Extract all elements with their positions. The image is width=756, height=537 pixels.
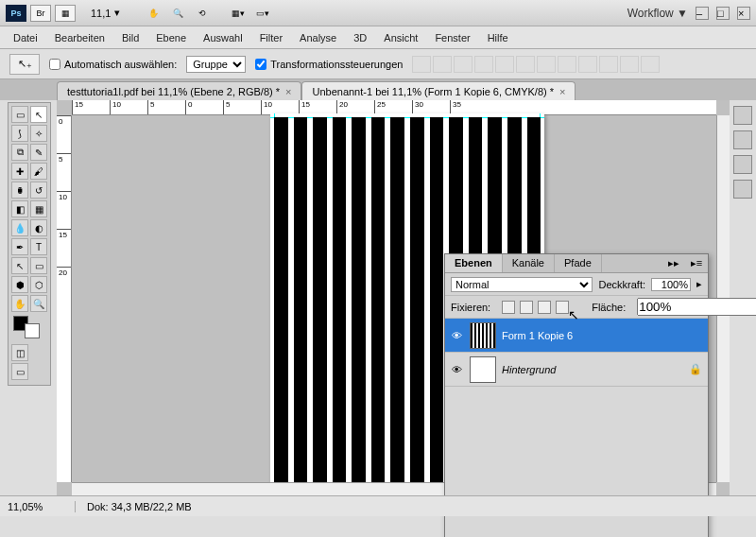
visibility-icon[interactable]: 👁 xyxy=(449,364,464,375)
hand-tool[interactable]: ✋ xyxy=(11,295,28,312)
crop-tool[interactable]: ⧉ xyxy=(11,144,28,161)
zoom-dropdown-icon[interactable]: ▾ xyxy=(114,7,120,19)
move-tool-icon[interactable]: ↖₊ xyxy=(9,54,40,75)
dock-adjust-icon[interactable] xyxy=(733,155,752,174)
move-tool[interactable]: ↖ xyxy=(30,106,47,123)
menu-ansicht[interactable]: Ansicht xyxy=(384,32,418,43)
lock-transparent-icon[interactable] xyxy=(502,301,515,314)
menu-auswahl[interactable]: Auswahl xyxy=(203,32,243,43)
menu-analyse[interactable]: Analyse xyxy=(300,32,336,43)
layer-thumbnail xyxy=(470,356,496,383)
minibridge-icon[interactable]: ▦ xyxy=(55,5,76,22)
dodge-tool[interactable]: ◐ xyxy=(30,219,47,236)
fill-label: Fläche: xyxy=(592,302,626,313)
align-icon xyxy=(495,56,514,73)
blur-tool[interactable]: 💧 xyxy=(11,219,28,236)
document-tabs: testtutoria1l.pdf bei 11,1% (Ebene 2, RG… xyxy=(0,79,756,100)
auto-select-checkbox[interactable]: Automatisch auswählen: xyxy=(49,59,177,70)
fill-input[interactable] xyxy=(637,298,756,316)
dock-shape-icon[interactable] xyxy=(733,130,752,149)
dock-camera-icon[interactable] xyxy=(733,180,752,199)
quickmask-icon[interactable]: ◫ xyxy=(11,344,28,361)
screenmode-icon[interactable]: ▭ xyxy=(11,363,28,380)
close-tab-icon[interactable]: × xyxy=(285,86,291,97)
eyedropper-tool[interactable]: ✎ xyxy=(30,144,47,161)
pen-tool[interactable]: ✒ xyxy=(11,238,28,255)
close-button[interactable]: × xyxy=(737,7,750,20)
visibility-icon[interactable]: 👁 xyxy=(449,330,464,341)
document-tab[interactable]: testtutoria1l.pdf bei 11,1% (Ebene 2, RG… xyxy=(57,81,301,100)
layer-row[interactable]: 👁 Hintergrund 🔒 xyxy=(445,353,708,387)
marquee-tool[interactable]: ▭ xyxy=(11,106,28,123)
layer-name[interactable]: Form 1 Kopie 6 xyxy=(502,330,704,341)
blend-mode-select[interactable]: Normal xyxy=(451,277,593,292)
lasso-tool[interactable]: ⟆ xyxy=(11,125,28,142)
lock-pixels-icon[interactable] xyxy=(520,301,533,314)
align-icon xyxy=(578,56,597,73)
document-tab[interactable]: Unbenannt-1 bei 11,1% (Form 1 Kopie 6, C… xyxy=(301,81,576,100)
stamp-tool[interactable]: ⧯ xyxy=(11,182,28,199)
lock-position-icon[interactable] xyxy=(538,301,551,314)
3d-camera-tool[interactable]: ⬡ xyxy=(30,276,47,293)
brush-tool[interactable]: 🖌 xyxy=(30,163,47,180)
panel-tab-kanaele[interactable]: Kanäle xyxy=(503,254,555,272)
align-icon xyxy=(412,56,431,73)
panel-menu-icon[interactable]: ▸≡ xyxy=(685,254,708,272)
menu-3d[interactable]: 3D xyxy=(353,32,367,43)
bridge-icon[interactable]: Br xyxy=(30,5,51,22)
heal-tool[interactable]: ✚ xyxy=(11,163,28,180)
eraser-tool[interactable]: ◧ xyxy=(11,200,28,217)
panel-tab-pfade[interactable]: Pfade xyxy=(555,254,602,272)
menu-filter[interactable]: Filter xyxy=(260,32,283,43)
3d-tool[interactable]: ⬢ xyxy=(11,276,28,293)
auto-select-type[interactable]: Gruppe xyxy=(186,56,246,73)
right-dock xyxy=(733,100,754,204)
color-swatch[interactable] xyxy=(11,316,47,338)
ruler-vertical: 05101520 xyxy=(57,115,72,482)
path-select-tool[interactable]: ↖ xyxy=(11,257,28,274)
menu-bearbeiten[interactable]: Bearbeiten xyxy=(55,32,105,43)
align-icon xyxy=(537,56,556,73)
layer-row[interactable]: 👁 Form 1 Kopie 6 xyxy=(445,319,708,353)
opacity-label: Deckkraft: xyxy=(598,279,645,290)
transform-controls-checkbox[interactable]: Transformationssteuerungen xyxy=(255,59,403,70)
close-tab-icon[interactable]: × xyxy=(559,86,565,97)
menu-bild[interactable]: Bild xyxy=(122,32,139,43)
opacity-arrow-icon[interactable]: ▸ xyxy=(696,278,702,290)
menu-hilfe[interactable]: Hilfe xyxy=(488,32,508,43)
zoom-tool[interactable]: 🔍 xyxy=(30,295,47,312)
type-tool[interactable]: T xyxy=(30,238,47,255)
zoom-tool-icon[interactable]: 🔍 xyxy=(167,5,188,22)
lock-label: Fixieren: xyxy=(451,302,490,313)
align-icon xyxy=(516,56,535,73)
align-icon xyxy=(558,56,576,73)
workspace-selector[interactable]: Workflow ▼ xyxy=(627,7,688,20)
opacity-input[interactable] xyxy=(651,278,691,291)
align-icon xyxy=(454,56,472,73)
menu-datei[interactable]: Datei xyxy=(13,32,38,43)
status-zoom[interactable]: 11,05% xyxy=(0,501,76,512)
arrange-docs-icon[interactable]: ▦▾ xyxy=(228,5,249,22)
panel-collapse-icon[interactable]: ▸▸ xyxy=(662,254,685,272)
screen-mode-icon[interactable]: ▭▾ xyxy=(252,5,273,22)
minimize-button[interactable]: – xyxy=(696,7,709,20)
align-icon xyxy=(641,56,660,73)
menu-fenster[interactable]: Fenster xyxy=(435,32,470,43)
align-icon xyxy=(620,56,639,73)
shape-tool[interactable]: ▭ xyxy=(30,257,47,274)
zoom-level[interactable]: 11,1 xyxy=(91,8,111,19)
lock-all-icon[interactable] xyxy=(556,301,569,314)
align-icon xyxy=(433,56,452,73)
rotate-view-icon[interactable]: ⟲ xyxy=(192,5,213,22)
status-doc-size[interactable]: Dok: 34,3 MB/22,2 MB xyxy=(76,501,192,512)
maximize-button[interactable]: □ xyxy=(716,7,730,20)
menu-ebene[interactable]: Ebene xyxy=(156,32,186,43)
gradient-tool[interactable]: ▦ xyxy=(30,200,47,217)
panel-tab-ebenen[interactable]: Ebenen xyxy=(445,254,503,272)
wand-tool[interactable]: ✧ xyxy=(30,125,47,142)
dock-swatches-icon[interactable] xyxy=(733,106,752,125)
layer-name[interactable]: Hintergrund xyxy=(502,364,689,375)
hand-tool-icon[interactable]: ✋ xyxy=(143,5,163,22)
tools-panel: ▭↖ ⟆✧ ⧉✎ ✚🖌 ⧯↺ ◧▦ 💧◐ ✒T ↖▭ ⬢⬡ ✋🔍 ◫ ▭ xyxy=(8,102,51,386)
history-brush-tool[interactable]: ↺ xyxy=(30,182,47,199)
